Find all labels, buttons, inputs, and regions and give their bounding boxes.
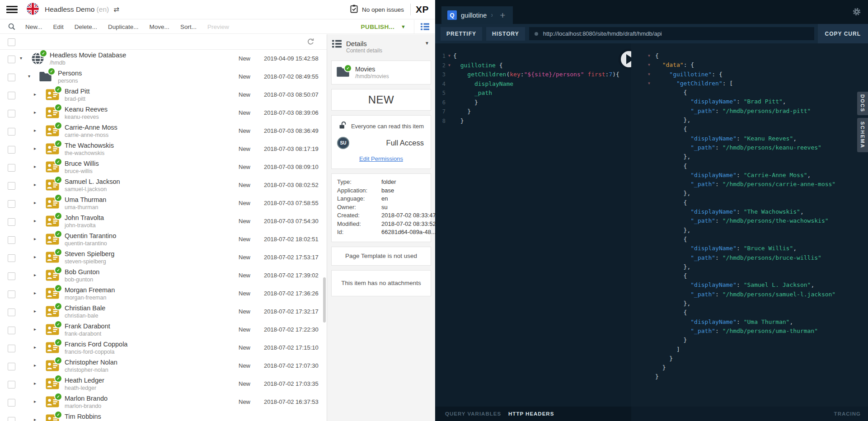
expand-arrow-icon[interactable]: ▸ — [34, 254, 36, 259]
expand-arrow-icon[interactable]: ▸ — [34, 164, 36, 169]
row-checkbox[interactable] — [8, 74, 15, 81]
row-checkbox[interactable] — [8, 110, 15, 117]
table-row[interactable]: ▸✓Marlon Brandomarlon-brandoNew2018-07-0… — [0, 393, 327, 411]
expand-arrow-icon[interactable]: ▸ — [34, 309, 36, 313]
collapse-arrow-icon[interactable]: ▾ — [20, 56, 22, 61]
expand-arrow-icon[interactable]: ▸ — [34, 381, 36, 386]
expand-arrow-icon[interactable]: ▸ — [34, 272, 36, 277]
refresh-icon[interactable] — [307, 38, 314, 47]
row-checkbox[interactable] — [8, 200, 15, 208]
query-editor[interactable]: 1▼{2▼ guillotine {3 getChildren(key:"${s… — [435, 43, 631, 407]
row-checkbox[interactable] — [8, 254, 15, 262]
toolbar-item-duplicate[interactable]: Duplicate... — [108, 23, 139, 30]
fold-arrow-icon[interactable]: ▼ — [648, 51, 650, 61]
expand-arrow-icon[interactable]: ▸ — [34, 290, 36, 295]
expand-arrow-icon[interactable]: ▸ — [34, 218, 36, 223]
query-line[interactable]: 4 displayName — [435, 80, 631, 89]
row-checkbox[interactable] — [8, 146, 15, 154]
fold-arrow-icon[interactable]: ▼ — [648, 61, 650, 70]
query-line[interactable]: 6 } — [435, 98, 631, 108]
http-headers-tab[interactable]: HTTP HEADERS — [508, 411, 554, 416]
fold-arrow-icon[interactable]: ▼ — [648, 79, 650, 88]
table-row[interactable]: ▸✓Morgan Freemanmorgan-freemanNew2018-07… — [0, 285, 327, 303]
fold-arrow-icon[interactable]: ▼ — [648, 70, 650, 79]
search-icon[interactable] — [8, 23, 16, 33]
table-row[interactable]: ▸✓Brad Pittbrad-pittNew2018-07-03 08:50:… — [0, 86, 327, 104]
row-checkbox[interactable] — [8, 327, 15, 334]
table-row[interactable]: ▸✓Keanu Reeveskeanu-reevesNew2018-07-03 … — [0, 104, 327, 122]
issues-label[interactable]: No open issues — [362, 6, 404, 13]
table-row[interactable]: ▾✓Headless Movie Database/hmdbNew2019-04… — [0, 50, 327, 68]
row-checkbox[interactable] — [8, 290, 15, 298]
tab-guillotine[interactable]: Q guillotine × — [441, 6, 500, 24]
table-row[interactable]: ▸✓Tim Robbinstim-robbins — [0, 411, 327, 421]
toolbar-item-sort[interactable]: Sort... — [180, 23, 197, 30]
row-checkbox[interactable] — [8, 345, 15, 352]
query-variables-tab[interactable]: QUERY VARIABLES — [445, 411, 501, 416]
history-button[interactable]: HISTORY — [486, 27, 525, 41]
query-line[interactable]: 8 } — [435, 117, 631, 126]
table-row[interactable]: ▸✓Bruce Willisbruce-willisNew2018-07-03 … — [0, 158, 327, 176]
fold-arrow-icon[interactable]: ▼ — [446, 61, 453, 70]
prettify-button[interactable]: PRETTIFY — [441, 27, 482, 41]
details-collapse-caret-icon[interactable]: ▼ — [425, 41, 429, 46]
row-checkbox[interactable] — [8, 309, 15, 316]
row-checkbox[interactable] — [8, 128, 15, 136]
expand-arrow-icon[interactable]: ▸ — [34, 92, 36, 97]
query-line[interactable]: 1▼{ — [435, 51, 631, 61]
expand-arrow-icon[interactable]: ▸ — [34, 363, 36, 368]
select-all-checkbox[interactable] — [8, 38, 15, 46]
publish-button[interactable]: PUBLISH... — [361, 23, 395, 30]
table-row[interactable]: ▸✓Quentin Tarantinoquentin-tarantinoNew2… — [0, 230, 327, 248]
compare-versions-icon[interactable]: ⇄ — [113, 5, 119, 14]
settings-gear-icon[interactable] — [852, 7, 861, 18]
row-checkbox[interactable] — [8, 92, 15, 99]
table-row[interactable]: ▸✓John Travoltajohn-travoltaNew2018-07-0… — [0, 212, 327, 230]
endpoint-url-bar[interactable]: http://localhost:8080/site/hmdb/draft/hm… — [529, 27, 814, 40]
expand-arrow-icon[interactable]: ▸ — [34, 399, 36, 404]
row-checkbox[interactable] — [8, 363, 15, 370]
hamburger-menu-icon[interactable] — [6, 6, 18, 14]
row-checkbox[interactable] — [8, 417, 15, 421]
fold-arrow-icon[interactable]: ▼ — [446, 51, 453, 61]
table-row[interactable]: ▸✓Bob Guntonbob-guntonNew2018-07-02 17:3… — [0, 267, 327, 285]
expand-arrow-icon[interactable]: ▸ — [34, 327, 36, 332]
table-row[interactable]: ▸✓Uma Thurmanuma-thurmanNew2018-07-03 07… — [0, 194, 327, 212]
expand-arrow-icon[interactable]: ▸ — [34, 200, 36, 205]
row-checkbox[interactable] — [8, 164, 15, 172]
tracing-tab[interactable]: TRACING — [834, 411, 861, 416]
expand-arrow-icon[interactable]: ▸ — [34, 417, 36, 421]
query-line[interactable]: 7 } — [435, 107, 631, 117]
table-row[interactable]: ▸✓Christian Balechristian-baleNew2018-07… — [0, 303, 327, 321]
row-checkbox[interactable] — [8, 399, 15, 407]
table-row[interactable]: ▸✓Christopher Nolanchristopher-nolanNew2… — [0, 357, 327, 375]
expand-arrow-icon[interactable]: ▸ — [34, 345, 36, 350]
row-checkbox[interactable] — [8, 182, 15, 190]
toolbar-item-new[interactable]: New... — [25, 23, 42, 30]
toolbar-item-delete[interactable]: Delete... — [75, 23, 97, 30]
row-checkbox[interactable] — [8, 56, 15, 63]
publish-dropdown-caret-icon[interactable]: ▼ — [401, 24, 406, 29]
copy-curl-button[interactable]: COPY CURL — [818, 24, 868, 43]
table-row[interactable]: ▸✓Frank Darabontfrank-darabontNew2018-07… — [0, 321, 327, 339]
table-row[interactable]: ▸✓Francis Ford Coppolafrancis-ford-coppo… — [0, 339, 327, 357]
issues-clipboard-icon[interactable] — [350, 5, 358, 15]
expand-arrow-icon[interactable]: ▸ — [34, 236, 36, 241]
expand-arrow-icon[interactable]: ▸ — [34, 128, 36, 133]
query-line[interactable]: 3 getChildren(key:"${site}/persons" firs… — [435, 70, 631, 80]
expand-arrow-icon[interactable]: ▸ — [34, 146, 36, 151]
table-row[interactable]: ▸✓Heath Ledgerheath-ledgerNew2018-07-02 … — [0, 375, 327, 393]
row-checkbox[interactable] — [8, 272, 15, 280]
table-row[interactable]: ▸✓Carrie-Anne Mosscarrie-anne-mossNew201… — [0, 122, 327, 140]
expand-arrow-icon[interactable]: ▸ — [34, 182, 36, 187]
query-line[interactable]: 5 _path — [435, 89, 631, 98]
schema-side-tab[interactable]: SCHEMA — [857, 118, 868, 152]
list-view-toggle-button[interactable] — [414, 20, 435, 33]
row-checkbox[interactable] — [8, 381, 15, 388]
table-row[interactable]: ▾✓PersonspersonsNew2018-07-02 08:49:55 — [0, 68, 327, 86]
table-row[interactable]: ▸✓Samuel L. Jacksonsamuel-l.jacksonNew20… — [0, 176, 327, 194]
row-checkbox[interactable] — [8, 236, 15, 244]
new-tab-button[interactable]: + — [493, 6, 513, 24]
toolbar-item-edit[interactable]: Edit — [53, 23, 64, 30]
table-row[interactable]: ▸✓Steven Spielbergsteven-spielbergNew201… — [0, 248, 327, 267]
